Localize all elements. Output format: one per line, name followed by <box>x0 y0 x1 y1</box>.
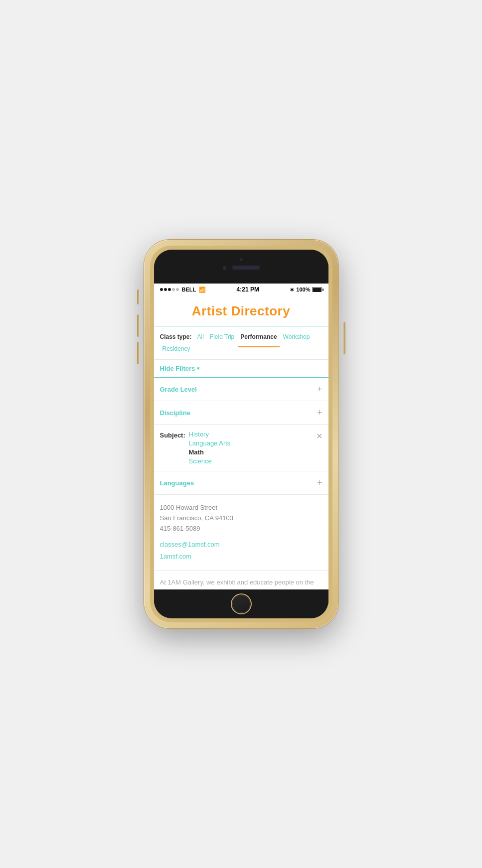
subject-label: Subject: <box>160 432 189 465</box>
volume-up-button[interactable] <box>137 314 139 337</box>
signal-dot-3 <box>168 288 171 291</box>
signal-dots <box>160 288 179 291</box>
chevron-down-icon: ▾ <box>197 365 200 372</box>
mute-button[interactable] <box>137 289 139 304</box>
languages-filter[interactable]: Languages + <box>154 471 328 495</box>
power-button[interactable] <box>343 322 345 354</box>
wifi-icon: 📶 <box>199 287 206 293</box>
tab-performance[interactable]: Performance <box>238 331 279 342</box>
discipline-label: Discipline <box>160 409 190 417</box>
website-link[interactable]: 1amsf.com <box>160 551 322 562</box>
app-content: Artist Directory Class type: All Field T… <box>154 295 328 589</box>
subject-math[interactable]: Math <box>189 448 231 456</box>
home-button[interactable] <box>231 593 252 614</box>
bottom-bezel <box>154 589 328 618</box>
signal-dot-1 <box>160 288 163 291</box>
status-left: BELL 📶 <box>160 287 206 293</box>
subject-filter-row: Subject: History Language Arts Math Scie… <box>154 425 328 471</box>
sensor-dot <box>223 266 226 270</box>
status-bar: BELL 📶 4:21 PM ∗ 100% <box>154 284 328 295</box>
discipline-filter[interactable]: Discipline + <box>154 401 328 425</box>
bluetooth-icon: ∗ <box>290 287 294 293</box>
subject-close-icon[interactable]: ✕ <box>316 432 322 441</box>
grade-level-expand-icon: + <box>317 385 322 394</box>
battery-icon <box>312 287 322 292</box>
home-button-ring <box>232 595 250 613</box>
discipline-expand-icon: + <box>317 408 322 417</box>
address-city-state: San Francisco, CA 94103 <box>160 513 322 524</box>
tab-all[interactable]: All <box>195 331 206 342</box>
description-text: At 1AM Gallery, we exhibit and educate p… <box>160 578 322 589</box>
description-section: At 1AM Gallery, we exhibit and educate p… <box>154 571 328 589</box>
languages-label: Languages <box>160 479 194 487</box>
languages-expand-icon: + <box>317 478 322 487</box>
subject-language-arts[interactable]: Language Arts <box>189 439 231 447</box>
tab-residency[interactable]: Residency <box>160 343 193 354</box>
class-type-label: Class type: <box>160 333 192 340</box>
address-section: 1000 Howard Street San Francisco, CA 941… <box>154 495 328 571</box>
tab-field-trip[interactable]: Field Trip <box>207 331 237 342</box>
screen: BELL 📶 4:21 PM ∗ 100% Artist <box>154 284 328 589</box>
signal-dot-4 <box>172 288 175 291</box>
signal-dot-2 <box>164 288 167 291</box>
hide-filters-text: Hide Filters <box>160 365 195 372</box>
phone-inner: BELL 📶 4:21 PM ∗ 100% Artist <box>150 246 332 622</box>
subject-items: History Language Arts Math Science <box>189 431 231 465</box>
status-right: ∗ 100% <box>290 287 322 293</box>
status-time: 4:21 PM <box>237 286 259 293</box>
grade-level-label: Grade Level <box>160 386 197 393</box>
phone-device: BELL 📶 4:21 PM ∗ 100% Artist <box>144 240 338 628</box>
camera <box>239 258 243 262</box>
speaker <box>232 266 260 270</box>
sensor-area <box>223 266 260 270</box>
subject-history[interactable]: History <box>189 431 231 438</box>
email-link[interactable]: classes@1amsf.com <box>160 539 322 550</box>
hide-filters-row[interactable]: Hide Filters ▾ <box>154 360 328 378</box>
volume-down-button[interactable] <box>137 342 139 364</box>
address-street: 1000 Howard Street <box>160 503 322 513</box>
tab-workshop[interactable]: Workshop <box>281 331 313 342</box>
contact-links: classes@1amsf.com 1amsf.com <box>160 539 322 562</box>
class-type-row: Class type: All Field Trip Performance W… <box>154 326 328 360</box>
top-bezel <box>154 250 328 284</box>
grade-level-filter[interactable]: Grade Level + <box>154 378 328 401</box>
signal-dot-5 <box>176 288 179 291</box>
address-phone: 415-861-5089 <box>160 524 322 534</box>
battery-fill <box>313 288 321 291</box>
battery-percentage: 100% <box>296 287 310 292</box>
subject-science[interactable]: Science <box>189 457 231 465</box>
carrier-label: BELL <box>182 287 196 292</box>
app-title: Artist Directory <box>154 295 328 326</box>
screen-container: BELL 📶 4:21 PM ∗ 100% Artist <box>154 250 328 618</box>
